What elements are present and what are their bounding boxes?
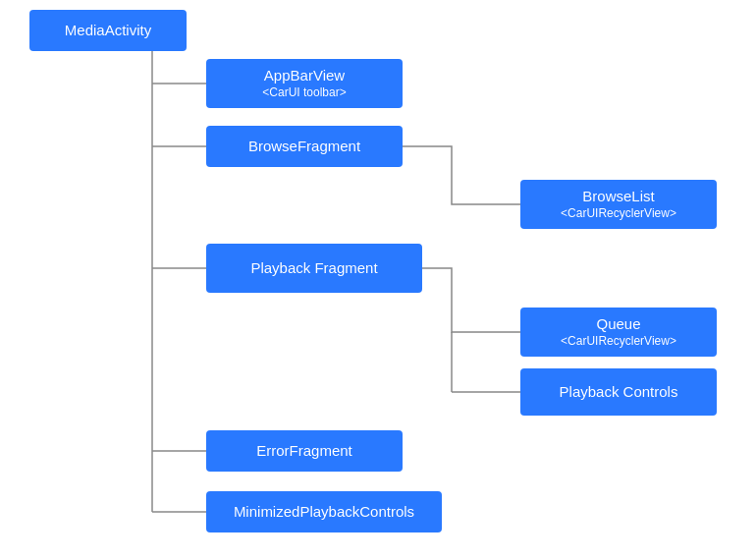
playback-fragment-label: Playback Fragment	[250, 258, 377, 278]
browse-list-label: BrowseList	[582, 187, 654, 206]
playback-fragment-node: Playback Fragment	[206, 244, 422, 293]
appbar-view-sublabel: <CarUI toolbar>	[262, 85, 346, 101]
playback-controls-node: Playback Controls	[520, 368, 717, 416]
queue-sublabel: <CarUIRecyclerView>	[561, 334, 676, 350]
minimized-playback-label: MinimizedPlaybackControls	[234, 502, 414, 522]
diagram: MediaActivity AppBarView <CarUI toolbar>…	[0, 0, 756, 560]
queue-label: Queue	[596, 314, 640, 334]
media-activity-label: MediaActivity	[65, 21, 151, 40]
browse-fragment-label: BrowseFragment	[248, 137, 360, 156]
playback-controls-label: Playback Controls	[560, 382, 678, 402]
appbar-view-label: AppBarView	[264, 66, 345, 85]
queue-node: Queue <CarUIRecyclerView>	[520, 308, 717, 357]
browse-list-node: BrowseList <CarUIRecyclerView>	[520, 180, 717, 229]
appbar-view-node: AppBarView <CarUI toolbar>	[206, 59, 403, 108]
media-activity-node: MediaActivity	[29, 10, 187, 51]
browse-fragment-node: BrowseFragment	[206, 126, 403, 167]
browse-list-sublabel: <CarUIRecyclerView>	[561, 206, 676, 222]
minimized-playback-node: MinimizedPlaybackControls	[206, 491, 442, 532]
error-fragment-node: ErrorFragment	[206, 430, 403, 472]
error-fragment-label: ErrorFragment	[256, 441, 352, 461]
